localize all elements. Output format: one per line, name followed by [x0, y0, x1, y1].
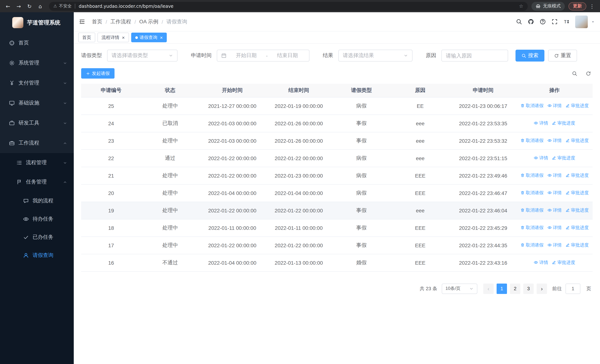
close-icon[interactable]: ×	[122, 35, 125, 40]
sidebar-item-process-management[interactable]: 流程管理	[0, 153, 74, 172]
end-date-placeholder[interactable]: 结束日期	[270, 52, 305, 59]
progress-link[interactable]: 审批进度	[565, 207, 589, 214]
detail-link[interactable]: 详情	[547, 225, 562, 231]
detail-link[interactable]: 详情	[534, 120, 548, 126]
table-row: 17处理中2022-01-22 00:00:002022-01-22 00:00…	[81, 236, 593, 254]
sidebar-item-dev-tools[interactable]: 研发工具	[0, 113, 74, 133]
help-icon[interactable]	[540, 19, 546, 25]
search-icon[interactable]	[516, 19, 522, 25]
browser-back-icon[interactable]: ←	[3, 1, 13, 11]
breadcrumb-item[interactable]: 首页	[92, 18, 102, 25]
user-avatar[interactable]	[575, 15, 588, 28]
cell-reason: eee	[391, 132, 450, 149]
address-bar[interactable]: ⚠ 不安全 dashboard.yudao.iocoder.cn/bpm/oa/…	[49, 2, 528, 10]
reason-input[interactable]	[441, 50, 508, 62]
create-leave-button[interactable]: 发起请假	[81, 68, 114, 79]
browser-reload-icon[interactable]: ↻	[24, 1, 35, 11]
browser-menu-icon[interactable]: ⋮	[587, 1, 597, 11]
font-size-icon[interactable]: T	[563, 19, 570, 25]
sidebar-item-task-management[interactable]: 任务管理	[0, 172, 74, 192]
sidebar-item-done-tasks[interactable]: 已办任务	[0, 228, 74, 246]
detail-link[interactable]: 详情	[547, 207, 562, 214]
menu-fold-icon[interactable]	[79, 19, 85, 25]
update-button[interactable]: 更新	[569, 2, 586, 10]
eye-icon	[534, 121, 538, 125]
progress-link[interactable]: 审批进度	[565, 190, 589, 196]
eye-icon	[547, 104, 552, 108]
progress-link[interactable]: 审批进度	[552, 260, 575, 266]
progress-link[interactable]: 审批进度	[565, 138, 589, 144]
cancel-leave-link[interactable]: 取消请假	[520, 190, 544, 196]
progress-link[interactable]: 审批进度	[552, 155, 575, 161]
page-size-select[interactable]: 10条/页	[442, 283, 477, 294]
tab-process-detail[interactable]: 流程详情×	[97, 33, 129, 42]
page-button-3[interactable]: 3	[523, 283, 534, 294]
sidebar-item-label: 首页	[19, 40, 29, 46]
result-select[interactable]: 请选择流结果	[338, 50, 412, 62]
cell-start-time: 2022-01-22 00:00:00	[199, 149, 265, 167]
sidebar-item-home[interactable]: 首页	[0, 33, 74, 53]
cell-reason: eee	[391, 149, 450, 167]
cancel-leave-link[interactable]: 取消请假	[520, 138, 544, 144]
cell-actions: 取消请假详情审批进度	[516, 202, 593, 219]
cell-end-time: 2022-01-23 00:00:00	[265, 167, 332, 184]
cancel-leave-link[interactable]: 取消请假	[520, 103, 544, 109]
search-button[interactable]: 搜索	[516, 50, 544, 62]
toggle-search-icon[interactable]	[572, 71, 577, 76]
security-label[interactable]: 不安全	[59, 3, 72, 9]
tab-leave-query[interactable]: 请假查询×	[131, 33, 167, 42]
detail-link[interactable]: 详情	[547, 190, 562, 196]
next-page-button[interactable]: ›	[537, 283, 547, 294]
detail-link[interactable]: 详情	[534, 155, 548, 161]
detail-link[interactable]: 详情	[547, 172, 562, 179]
url-text[interactable]: dashboard.yudao.iocoder.cn/bpm/oa/leave	[79, 3, 516, 9]
reset-button[interactable]: 重置	[548, 50, 577, 62]
avatar-caret-icon[interactable]	[591, 20, 595, 24]
detail-link[interactable]: 详情	[547, 242, 562, 248]
sidebar-item-workflow[interactable]: 工作流程	[0, 133, 74, 153]
logo[interactable]: 芋道管理系统	[0, 12, 74, 33]
close-icon[interactable]: ×	[160, 35, 163, 40]
tab-home[interactable]: 首页	[78, 33, 95, 42]
column-header: 开始时间	[199, 84, 265, 97]
table-row: 23处理中2022-01-03 00:00:002022-01-26 00:00…	[81, 132, 593, 149]
leave-type-select[interactable]: 请选择请假类型	[107, 50, 178, 62]
refresh-table-icon[interactable]	[586, 71, 591, 76]
progress-link[interactable]: 审批进度	[565, 103, 589, 109]
sidebar-item-payment[interactable]: 支付管理	[0, 73, 74, 93]
prev-page-button[interactable]: ‹	[483, 283, 494, 294]
sidebar-item-system[interactable]: 系统管理	[0, 53, 74, 73]
github-icon[interactable]	[528, 19, 534, 25]
cancel-leave-link[interactable]: 取消请假	[520, 172, 544, 179]
user-icon	[23, 252, 29, 258]
header-actions: T	[516, 15, 595, 28]
select-placeholder: 请选择流结果	[343, 52, 374, 59]
apply-time-range-picker[interactable]: 开始日期 - 结束日期	[217, 50, 309, 62]
browser-forward-icon[interactable]: →	[14, 1, 24, 11]
fullscreen-icon[interactable]	[552, 19, 558, 25]
page-button-2[interactable]: 2	[510, 283, 520, 294]
progress-link[interactable]: 审批进度	[565, 242, 589, 248]
cancel-leave-link[interactable]: 取消请假	[520, 207, 544, 214]
bookmark-star-icon[interactable]: ☆	[519, 3, 523, 9]
start-date-placeholder[interactable]: 开始日期	[229, 52, 264, 59]
sidebar-item-my-process[interactable]: 我的流程	[0, 192, 74, 210]
detail-link[interactable]: 详情	[547, 103, 562, 109]
detail-link[interactable]: 详情	[534, 260, 548, 266]
page-button-1[interactable]: 1	[497, 283, 507, 294]
breadcrumb-item[interactable]: OA 示例	[139, 18, 159, 25]
cancel-leave-link[interactable]: 取消请假	[520, 225, 544, 231]
toolbar-actions	[572, 71, 593, 76]
progress-link[interactable]: 审批进度	[565, 172, 589, 179]
progress-link[interactable]: 审批进度	[552, 120, 575, 126]
cancel-leave-link[interactable]: 取消请假	[520, 242, 544, 248]
sidebar-item-leave-query[interactable]: 请假查询	[0, 246, 74, 264]
column-header: 操作	[516, 84, 593, 97]
browser-home-icon[interactable]: ⌂	[35, 1, 45, 11]
sidebar-item-infrastructure[interactable]: 基础设施	[0, 93, 74, 113]
sidebar-item-todo-tasks[interactable]: 待办任务	[0, 210, 74, 228]
breadcrumb-item[interactable]: 工作流程	[111, 18, 131, 25]
goto-page-input[interactable]	[565, 283, 580, 294]
detail-link[interactable]: 详情	[547, 138, 562, 144]
progress-link[interactable]: 审批进度	[565, 225, 589, 231]
